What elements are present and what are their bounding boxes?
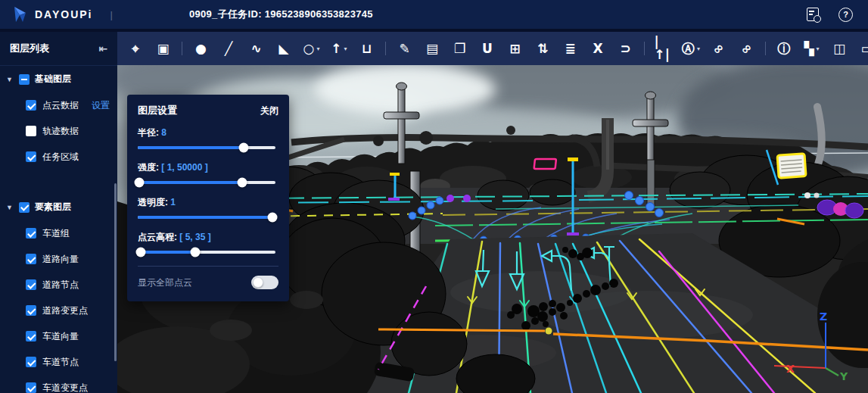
elevation-label: 点云高程: [ 5, 35 ] — [138, 231, 278, 244]
task-report-icon[interactable] — [807, 8, 819, 21]
intensity-slider-handle[interactable] — [238, 178, 247, 188]
layer-checkbox[interactable] — [26, 126, 36, 136]
unlink-tool-icon[interactable]: ∞ — [737, 38, 755, 59]
radius-slider-handle[interactable] — [239, 143, 249, 153]
elevation-slider-handle[interactable] — [135, 248, 145, 257]
smooth-tool-icon[interactable]: X — [589, 38, 607, 59]
layer-checkbox[interactable] — [26, 305, 36, 316]
layer-item: 车道组 — [0, 220, 117, 246]
elevation-slider-handle[interactable] — [191, 248, 201, 257]
toolbar: ⌖▣●╱∿◣○▾↑▾⊔✎▤❐U⊞⇅≣X⊃|↑|Ⓐ▾∞∞ⓘ▚▾◫▭ — [117, 32, 868, 65]
layer-group-header[interactable]: ▼基础图层 — [0, 66, 117, 92]
group-caret-icon[interactable]: ▼ — [6, 76, 14, 83]
task-title: 0909_子任务ID: 1965238906353823745 — [189, 8, 373, 21]
layer-item: 道路向量 — [0, 246, 117, 272]
layer-label: 车道变更点 — [42, 382, 88, 393]
panel-divider — [138, 266, 278, 267]
layer-item: 任务区域 — [0, 144, 117, 170]
layer-item: 道路节点 — [0, 272, 117, 298]
yellow-sign — [777, 154, 806, 178]
ruler-tool-icon[interactable]: ▭ — [858, 38, 868, 59]
intensity-slider-handle[interactable] — [134, 178, 144, 188]
purple-node[interactable] — [446, 195, 454, 202]
group-caret-icon[interactable]: ▼ — [6, 204, 14, 211]
panel-close-button[interactable]: 关闭 — [260, 104, 278, 117]
elevation-slider-block: 点云高程: [ 5, 35 ] — [138, 231, 278, 254]
link-tool-icon[interactable]: ∞ — [710, 38, 728, 59]
direction-up-tool-icon[interactable]: ↑▾ — [330, 38, 348, 59]
list-tool-icon[interactable]: ≣ — [562, 38, 580, 59]
radius-label: 半径: 8 — [138, 126, 278, 139]
layer-item: 车道向量 — [0, 323, 117, 349]
line-tool-icon[interactable]: ╱ — [219, 38, 238, 59]
connect-tool-icon[interactable]: ⊃ — [617, 38, 635, 59]
layer-label: 道路向量 — [42, 253, 79, 266]
radius-slider-block: 半径: 8 — [138, 126, 278, 149]
panel-title: 图层设置 — [138, 104, 177, 117]
copy-tool-icon[interactable]: ❐ — [451, 38, 469, 59]
layer-label: 道路变更点 — [42, 304, 88, 317]
show-all-points-toggle[interactable] — [251, 276, 278, 289]
color-blocks-tool-icon[interactable]: ▚▾ — [803, 38, 821, 59]
edit-doc-tool-icon[interactable]: ▤ — [423, 38, 441, 59]
layer-label: 车道向量 — [42, 330, 79, 343]
point-tool-icon[interactable]: ● — [192, 38, 210, 59]
radius-slider-track[interactable] — [138, 146, 275, 149]
collapse-sidebar-icon[interactable]: ⇤ — [98, 42, 107, 55]
layer-group-header[interactable]: ▼要素图层 — [0, 194, 117, 220]
help-icon[interactable]: ? — [838, 8, 853, 22]
group-checkbox[interactable] — [19, 202, 30, 213]
purple-node[interactable] — [463, 195, 471, 202]
layer-label: 点云数据 — [42, 99, 79, 112]
delete-tool-icon[interactable]: ⊔ — [358, 38, 376, 59]
polygon-tool-icon[interactable]: ◣ — [275, 38, 293, 59]
logo-text: DAYOUPi — [35, 8, 93, 20]
layer-label: 车道组 — [42, 227, 70, 240]
group-checkbox[interactable] — [19, 74, 30, 85]
top-header: DAYOUPi | 0909_子任务ID: 196523890635382374… — [0, 0, 868, 29]
layer-checkbox[interactable] — [26, 151, 36, 162]
auto-rotate-tool-icon[interactable]: Ⓐ▾ — [682, 38, 700, 59]
layer-item: 车道节点 — [0, 349, 117, 375]
layer-checkbox[interactable] — [26, 357, 36, 367]
box-select-tool-icon[interactable]: ▣ — [154, 38, 173, 59]
spacing-tool-icon[interactable]: ◫ — [830, 38, 848, 59]
intensity-label: 强度: [ 1, 50000 ] — [138, 161, 278, 174]
opacity-slider-handle[interactable] — [268, 213, 278, 223]
layer-checkbox[interactable] — [26, 254, 36, 264]
layer-label: 轨迹数据 — [42, 125, 79, 138]
swap-vertical-tool-icon[interactable]: ⇅ — [534, 38, 552, 59]
mirror-tool-icon[interactable]: |↑| — [655, 38, 673, 59]
opacity-value: 1 — [170, 197, 176, 207]
axis-y-label: Y — [839, 370, 848, 382]
layer-checkbox[interactable] — [26, 100, 36, 111]
app-root: { "header": { "logo_text": "DAYOUPi", "s… — [0, 0, 868, 393]
layer-label: 任务区域 — [42, 151, 79, 164]
layer-checkbox[interactable] — [26, 279, 36, 290]
app-logo: DAYOUPi | — [0, 6, 113, 23]
slider-list: 半径: 8强度: [ 1, 50000 ]透明度: 1点云高程: [ 5, 35… — [138, 126, 278, 254]
layer-checkbox[interactable] — [26, 228, 36, 239]
edit-tool-icon[interactable]: ✎ — [396, 38, 414, 59]
group-label: 要素图层 — [35, 201, 71, 214]
intensity-slider-track[interactable] — [138, 181, 275, 184]
toolbar-separator — [385, 42, 386, 55]
circle-tool-icon[interactable]: ○▾ — [303, 38, 321, 59]
opacity-slider-track[interactable] — [138, 216, 275, 219]
merge-tool-icon[interactable]: ⊞ — [506, 38, 524, 59]
layer-checkbox[interactable] — [26, 331, 36, 342]
scene-viewport[interactable]: X Z Y 图层设置 关闭 半径: 8强度: [ 1, 50000 ]透明度: … — [117, 65, 868, 393]
layer-item: 道路变更点 — [0, 298, 117, 323]
elevation-slider-track[interactable] — [138, 251, 275, 254]
locate-tool-icon[interactable]: ⌖ — [126, 38, 145, 59]
curve-tool-icon[interactable]: ∿ — [247, 38, 266, 59]
layer-tree: ▼基础图层点云数据设置轨迹数据任务区域▼要素图层车道组道路向量道路节点道路变更点… — [0, 66, 117, 393]
intensity-value: [ 1, 50000 ] — [161, 162, 207, 173]
layer-settings-link[interactable]: 设置 — [92, 99, 110, 112]
toolbar-separator — [182, 42, 182, 55]
magnet-tool-icon[interactable]: U — [478, 38, 496, 59]
inspect-tool-icon[interactable]: ⓘ — [775, 38, 793, 59]
layer-checkbox[interactable] — [26, 382, 36, 393]
sidebar-scrollbar[interactable] — [114, 183, 117, 361]
axis-z-label: Z — [820, 310, 827, 323]
